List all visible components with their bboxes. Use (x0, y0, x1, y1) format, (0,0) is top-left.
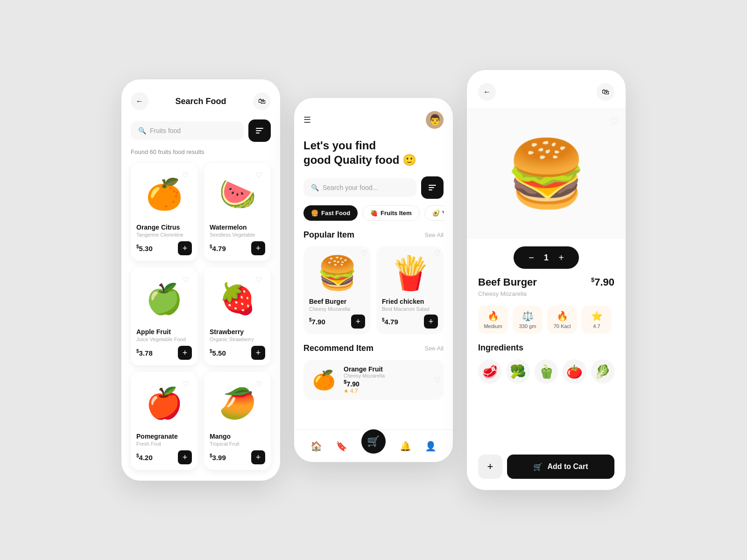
food-price: $3.78 (136, 349, 153, 357)
back-button[interactable]: ← (131, 92, 148, 110)
chip-label: 4.7 (593, 323, 600, 329)
add-button[interactable]: + (178, 450, 192, 464)
info-chip-rating: ⭐ 4.7 (582, 306, 612, 334)
food-card-apple: ♡ 🍏 Apple Fruit Juice Vegetable Food $3.… (131, 267, 197, 365)
food-name: Watermelon (210, 224, 265, 231)
favorite-button[interactable]: ♡ (430, 246, 444, 259)
quantity-increase[interactable]: + (555, 251, 568, 264)
food-price: $4.20 (136, 453, 153, 462)
rating-icon: ⭐ (591, 310, 603, 322)
food-subtitle: Organic Strawberry (210, 336, 265, 342)
food-card-pomegranate: ♡ 🍎 Pomegranate Fresh Fruit $4.20 + (131, 372, 197, 470)
popular-see-all[interactable]: See All (425, 231, 444, 238)
popular-img-fries: 🍟 (382, 252, 438, 294)
user-avatar[interactable]: 👨 (426, 111, 444, 129)
quantity-section: − 1 + (467, 239, 626, 276)
add-to-cart-label: Add to Cart (547, 462, 588, 471)
favorite-button[interactable]: ♡ (179, 378, 192, 391)
back-button[interactable]: ← (478, 83, 496, 101)
add-button[interactable]: + (424, 315, 438, 329)
recommend-see-all[interactable]: See All (425, 345, 444, 352)
add-button[interactable]: + (351, 315, 365, 329)
quantity-decrease[interactable]: − (525, 251, 538, 264)
food-price: $3.99 (210, 453, 226, 462)
favorite-button[interactable]: ♡ (179, 168, 192, 182)
category-fastfood[interactable]: 🍔 Fast Food (303, 205, 358, 221)
popular-name: Fried chicken (382, 298, 438, 305)
popular-grid: ♡ 🍔 Beef Burger Cheesy Mozarella $7.90 +… (303, 246, 444, 334)
food-emoji: 🍎 (146, 388, 183, 418)
info-chip-weight: ⚖️ 330 gm (513, 306, 543, 334)
food-card-watermelon: ♡ 🍉 Watermelon Seedless Vegetable $4.79 … (204, 163, 271, 261)
food-subtitle: Tropical Fruit (210, 441, 265, 447)
product-price: $7.90 (591, 276, 614, 288)
popular-name: Beef Burger (309, 298, 365, 305)
add-to-cart-button[interactable]: 🛒 Add to Cart (507, 455, 614, 479)
food-footer: $4.20 + (136, 450, 192, 464)
food-subtitle: Seedless Vegetable (210, 232, 265, 238)
filter-button[interactable] (421, 176, 444, 199)
food-image-watermelon: ♡ 🍉 (210, 168, 265, 220)
cart-button[interactable]: 🛍 (253, 92, 271, 110)
food-emoji: 🍓 (219, 284, 256, 314)
chip-label: Medium (484, 323, 502, 329)
menu-icon[interactable]: ☰ (303, 115, 311, 125)
nav-home[interactable]: 🏠 (310, 441, 322, 452)
weight-icon: ⚖️ (522, 310, 534, 322)
nav-center-cart[interactable]: 🛒 (361, 429, 386, 454)
add-button[interactable]: + (251, 450, 265, 464)
nav-notifications[interactable]: 🔔 (400, 441, 411, 452)
product-subtitle: Cheesy Mozarella (478, 290, 614, 297)
popular-header: Popular Item See All (303, 230, 444, 240)
recommend-card-orange: ♡ 🍊 Orange Fruit Cheesy Mozarella $7.90 … (303, 360, 444, 400)
food-image-mango: ♡ 🥭 (210, 378, 265, 429)
filter-button[interactable] (248, 119, 271, 142)
nav-profile[interactable]: 👤 (425, 441, 437, 452)
vegetable-icon: 🥑 (432, 210, 440, 217)
favorite-button[interactable]: ♡ (252, 273, 265, 286)
food-emoji: 🥭 (219, 388, 256, 418)
favorite-button[interactable]: ♡ (252, 168, 265, 182)
favorite-button[interactable]: ♡ (179, 273, 192, 286)
food-price: $5.50 (210, 349, 226, 357)
category-fruits[interactable]: 🍓 Fruits Item (362, 205, 419, 221)
food-image-apple: ♡ 🍏 (136, 273, 192, 324)
food-footer: $5.50 + (210, 346, 265, 360)
add-button[interactable]: + (251, 346, 265, 360)
nav-bookmarks[interactable]: 🔖 (336, 441, 347, 452)
ingredient-pepper: 🫑 (535, 359, 558, 384)
search-phone: ← Search Food 🛍 🔍 Fruits food Found 60 f… (121, 79, 280, 481)
food-image-strawberry: ♡ 🍓 (210, 273, 265, 324)
info-chips: 🔥 Medium ⚖️ 330 gm 🔥 70 Kacl ⭐ 4.7 (478, 306, 614, 334)
product-content: Beef Burger $7.90 Cheesy Mozarella 🔥 Med… (467, 276, 626, 384)
popular-footer: $4.79 + (382, 315, 438, 329)
filter-icon (429, 185, 436, 190)
food-subtitle: Juice Vegetable Food (136, 336, 192, 342)
search-placeholder: Search your food... (323, 184, 378, 191)
food-name: Strawberry (210, 328, 265, 336)
favorite-button[interactable]: ♡ (610, 116, 618, 127)
cart-button[interactable]: 🛍 (597, 83, 614, 101)
recommend-title: Recommend Item (303, 343, 374, 353)
ingredient-meat: 🥩 (478, 359, 501, 384)
search-input[interactable]: 🔍 Fruits food (131, 121, 244, 140)
wishlist-button[interactable]: + (478, 455, 502, 479)
food-price: $4.79 (210, 244, 226, 252)
info-chip-medium: 🔥 Medium (478, 306, 508, 334)
add-button[interactable]: + (251, 241, 265, 255)
food-name: Pomegranate (136, 433, 192, 440)
favorite-button[interactable]: ♡ (358, 246, 371, 259)
recommend-emoji: 🍊 (312, 369, 336, 391)
food-footer: $3.78 + (136, 346, 192, 360)
popular-card-burger: ♡ 🍔 Beef Burger Cheesy Mozarella $7.90 + (303, 246, 371, 334)
category-vegetable[interactable]: 🥑 Vegetable (424, 205, 444, 221)
recommend-price: $7.90 (344, 378, 437, 388)
add-button[interactable]: + (178, 346, 192, 360)
favorite-button[interactable]: ♡ (430, 373, 444, 386)
info-chip-calories: 🔥 70 Kacl (547, 306, 577, 334)
food-subtitle: Fresh Fruit (136, 441, 192, 447)
add-button[interactable]: + (178, 241, 192, 255)
favorite-button[interactable]: ♡ (252, 378, 265, 391)
home-search-input[interactable]: 🔍 Search your food... (303, 178, 416, 197)
star-icon: ★ (344, 388, 349, 394)
